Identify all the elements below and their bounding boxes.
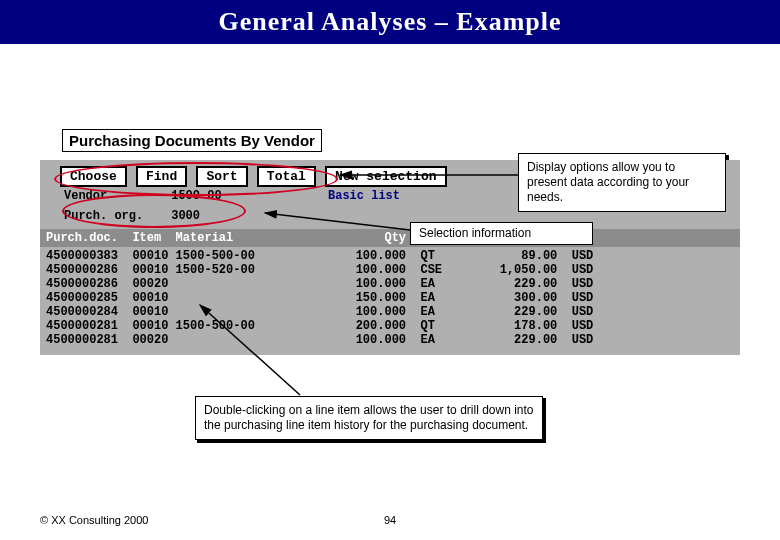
table-row[interactable]: 4500000284 00010 100.000 EA 229.00 USD [46,305,734,319]
slide-title: General Analyses – Example [0,0,780,44]
table-row[interactable]: 4500000286 00010 1500-520-00 100.000 CSE… [46,263,734,277]
grid-body: 4500000383 00010 1500-500-00 100.000 QT … [40,247,740,355]
vendor-value: 1500-00 [171,189,271,203]
callout-drill-down: Double-clicking on a line item allows th… [195,396,543,440]
find-button[interactable]: Find [136,166,187,187]
sort-button[interactable]: Sort [196,166,247,187]
callout-display-options: Display options allow you to present dat… [518,153,726,212]
basic-list-label: Basic list [328,189,400,203]
table-row[interactable]: 4500000281 00020 100.000 EA 229.00 USD [46,333,734,347]
new-selection-button[interactable]: New selection [325,166,446,187]
vendor-label: Vendor [64,189,164,203]
footer-page-number: 94 [0,514,780,526]
table-row[interactable]: 4500000383 00010 1500-500-00 100.000 QT … [46,249,734,263]
table-row[interactable]: 4500000285 00010 150.000 EA 300.00 USD [46,291,734,305]
table-row[interactable]: 4500000286 00020 100.000 EA 229.00 USD [46,277,734,291]
purch-org-label: Purch. org. [64,209,164,223]
table-row[interactable]: 4500000281 00010 1500-500-00 200.000 QT … [46,319,734,333]
purch-org-value: 3000 [171,209,271,223]
choose-button[interactable]: Choose [60,166,127,187]
selection-row-purch-org: Purch. org. 3000 [40,209,740,229]
callout-selection-info: Selection information [410,222,593,245]
grid-header: Purch.doc. Item Material Qty Uo.M Net.Va… [40,229,740,247]
total-button[interactable]: Total [257,166,316,187]
section-heading: Purchasing Documents By Vendor [62,132,322,149]
